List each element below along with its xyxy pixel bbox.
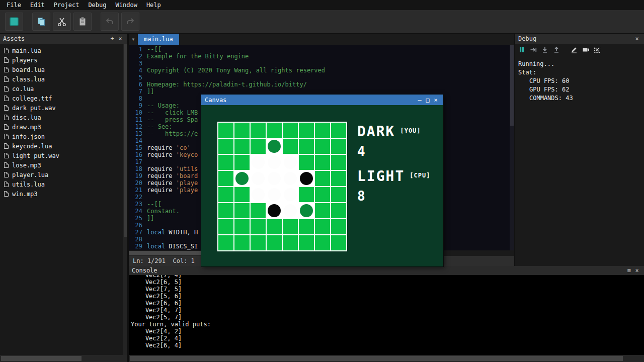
board-cell[interactable] xyxy=(218,123,233,138)
tab-main-lua[interactable]: main.lua xyxy=(138,34,179,45)
menu-item-debug[interactable]: Debug xyxy=(84,0,111,10)
board-cell[interactable] xyxy=(299,219,314,234)
capture-button[interactable] xyxy=(592,45,602,55)
asset-item[interactable]: win.mp3 xyxy=(0,189,123,199)
edit-button[interactable] xyxy=(569,45,579,55)
board-cell[interactable] xyxy=(315,203,330,218)
board-cell[interactable] xyxy=(299,123,314,138)
asset-item[interactable]: draw.mp3 xyxy=(0,122,123,132)
assets-hscroll-thumb[interactable] xyxy=(1,356,82,361)
board-cell[interactable] xyxy=(218,139,233,154)
assets-horizontal-scrollbar[interactable] xyxy=(0,355,127,362)
board-cell[interactable] xyxy=(234,235,250,250)
asset-item[interactable]: utils.lua xyxy=(0,179,123,189)
board-cell[interactable] xyxy=(251,235,266,250)
board-cell[interactable] xyxy=(251,139,266,154)
board-cell[interactable] xyxy=(234,203,250,218)
step-out-button[interactable] xyxy=(551,45,561,55)
board-cell[interactable] xyxy=(331,235,346,250)
board-cell[interactable] xyxy=(283,235,298,250)
pause-button[interactable] xyxy=(517,45,527,55)
board-cell[interactable] xyxy=(234,139,250,154)
console-close-button[interactable]: × xyxy=(633,267,641,274)
asset-item[interactable]: class.lua xyxy=(0,74,123,84)
cut-button[interactable] xyxy=(53,13,71,31)
assets-close-button[interactable]: × xyxy=(116,35,124,42)
asset-item[interactable]: keycode.lua xyxy=(0,141,123,151)
board-cell[interactable] xyxy=(331,139,346,154)
menu-item-file[interactable]: File xyxy=(2,0,26,10)
asset-item[interactable]: players xyxy=(0,55,123,65)
console-menu-icon[interactable]: ≡ xyxy=(625,267,633,274)
board-cell[interactable] xyxy=(234,123,250,138)
menu-item-edit[interactable]: Edit xyxy=(26,0,49,10)
board-cell[interactable] xyxy=(315,187,330,202)
board-cell[interactable] xyxy=(267,219,282,234)
board-cell[interactable] xyxy=(331,219,346,234)
board-cell[interactable] xyxy=(251,219,266,234)
board-cell[interactable] xyxy=(251,123,266,138)
board-cell[interactable] xyxy=(251,203,266,218)
assets-scrollbar-thumb[interactable] xyxy=(124,44,127,237)
board-cell[interactable] xyxy=(283,139,298,154)
menu-item-help[interactable]: Help xyxy=(142,0,166,10)
board-cell[interactable] xyxy=(299,155,314,170)
asset-item[interactable]: dark put.wav xyxy=(0,103,123,113)
step-over-button[interactable] xyxy=(528,45,538,55)
board-cell[interactable] xyxy=(299,187,314,202)
record-button[interactable] xyxy=(581,45,591,55)
board-cell[interactable] xyxy=(331,203,346,218)
run-button[interactable] xyxy=(5,13,23,31)
step-into-button[interactable] xyxy=(540,45,550,55)
minimize-button[interactable]: – xyxy=(416,97,424,104)
board-cell[interactable] xyxy=(283,219,298,234)
board-cell[interactable] xyxy=(267,235,282,250)
close-button[interactable]: × xyxy=(432,97,440,104)
main-hscroll-thumb[interactable] xyxy=(130,356,623,361)
editor-vertical-scrollbar[interactable] xyxy=(510,45,514,250)
asset-item[interactable]: college.ttf xyxy=(0,94,123,103)
paste-button[interactable] xyxy=(73,13,92,31)
canvas-titlebar[interactable]: Canvas – □ × xyxy=(201,95,443,105)
console-output[interactable]: Vec2[7, 4] Vec2[6, 5] Vec2[7, 5] Vec2[5,… xyxy=(129,275,644,355)
board-cell[interactable] xyxy=(218,219,233,234)
board-cell[interactable] xyxy=(315,139,330,154)
board-cell[interactable] xyxy=(315,171,330,186)
menu-item-project[interactable]: Project xyxy=(49,0,84,10)
board-cell[interactable] xyxy=(331,123,346,138)
debug-close-button[interactable]: × xyxy=(633,35,641,42)
board-cell[interactable] xyxy=(315,219,330,234)
board-cell[interactable] xyxy=(218,155,233,170)
board-cell[interactable] xyxy=(315,155,330,170)
asset-item[interactable]: co.lua xyxy=(0,84,123,94)
board-cell[interactable] xyxy=(234,219,250,234)
asset-item[interactable]: lose.mp3 xyxy=(0,160,123,170)
asset-item[interactable]: light put.wav xyxy=(0,151,123,160)
editor-vscroll-thumb[interactable] xyxy=(510,45,514,126)
main-horizontal-scrollbar[interactable] xyxy=(129,355,644,362)
board-cell[interactable] xyxy=(267,123,282,138)
board-cell[interactable] xyxy=(299,235,314,250)
maximize-button[interactable]: □ xyxy=(424,97,432,104)
board-cell[interactable] xyxy=(218,235,233,250)
asset-item[interactable]: board.lua xyxy=(0,65,123,74)
board-cell[interactable] xyxy=(315,235,330,250)
undo-button[interactable] xyxy=(101,13,119,31)
board-cell[interactable] xyxy=(234,187,250,202)
board-cell[interactable] xyxy=(331,171,346,186)
board-cell[interactable] xyxy=(218,171,233,186)
asset-item[interactable]: main.lua xyxy=(0,46,123,55)
board-cell[interactable] xyxy=(331,187,346,202)
tab-dropdown-icon[interactable]: ▼ xyxy=(129,34,138,45)
assets-add-button[interactable]: + xyxy=(108,35,116,42)
board-cell[interactable] xyxy=(299,139,314,154)
assets-scrollbar[interactable] xyxy=(123,44,127,355)
copy-button[interactable] xyxy=(32,13,50,31)
board-cell[interactable] xyxy=(315,123,330,138)
board-cell[interactable] xyxy=(218,187,233,202)
asset-item[interactable]: disc.lua xyxy=(0,113,123,122)
board-cell[interactable] xyxy=(283,123,298,138)
board-cell[interactable] xyxy=(331,155,346,170)
asset-item[interactable]: player.lua xyxy=(0,170,123,179)
board-cell[interactable] xyxy=(234,155,250,170)
